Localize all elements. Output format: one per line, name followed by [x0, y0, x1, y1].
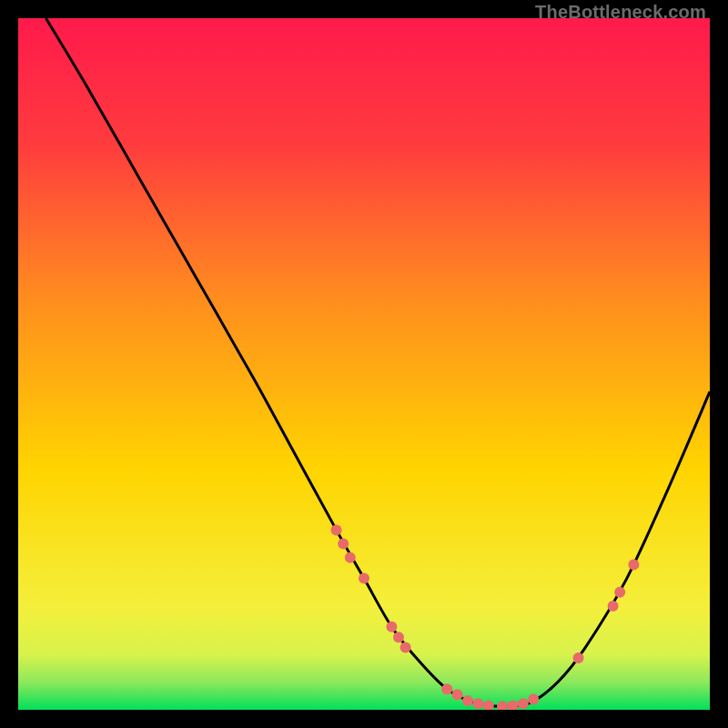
scatter-point [518, 698, 529, 709]
scatter-point [614, 587, 625, 598]
scatter-point [393, 632, 404, 642]
scatter-point [608, 601, 619, 612]
gradient-background [18, 18, 710, 710]
scatter-point [452, 689, 463, 700]
bottleneck-chart [18, 18, 710, 710]
scatter-point [359, 573, 369, 584]
scatter-point [441, 683, 452, 694]
scatter-point [345, 552, 356, 563]
scatter-point [528, 694, 539, 705]
scatter-point [400, 642, 411, 653]
scatter-point [573, 652, 584, 663]
chart-frame [18, 18, 710, 710]
scatter-point [338, 539, 349, 550]
scatter-point [628, 559, 639, 570]
scatter-point [472, 698, 483, 709]
scatter-point [331, 524, 342, 535]
scatter-point [462, 695, 473, 706]
scatter-point [386, 622, 397, 632]
